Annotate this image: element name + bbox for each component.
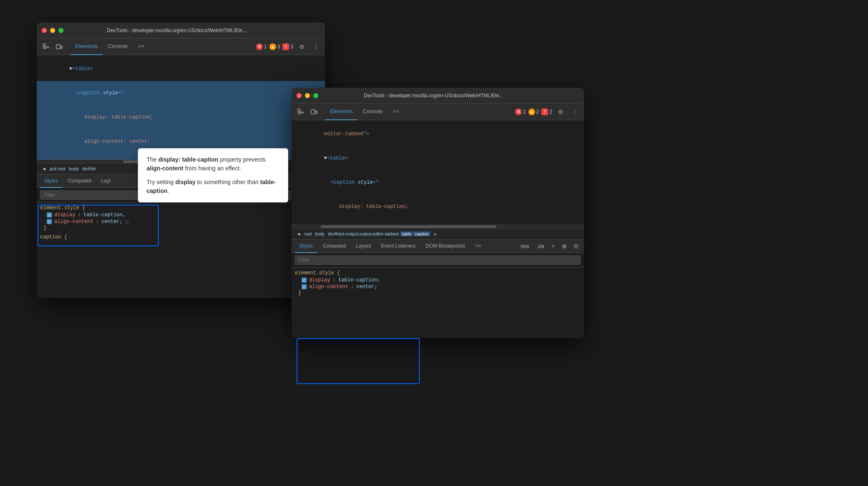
dom-line-caption-2[interactable]: <caption style=" xyxy=(292,170,584,195)
dom-line-editor[interactable]: editor-tabbed"> xyxy=(292,122,584,146)
tab-console-1[interactable]: Console xyxy=(103,38,133,55)
dom-line-caption-open[interactable]: <caption style=" xyxy=(37,81,325,105)
device-icon-2[interactable] xyxy=(308,106,320,118)
warn-badge-1: ▲ 3 xyxy=(269,43,280,50)
lower-tools-2: :hov .cls + ⊞ ⊡ xyxy=(517,243,581,250)
breadcrumb-body-1[interactable]: body xyxy=(67,166,81,171)
titlebar-1: DevTools - developer.mozilla.org/en-US/d… xyxy=(37,23,325,38)
checkbox-align-2[interactable] xyxy=(302,284,307,289)
tab-list-1: Elements Console >> xyxy=(70,38,149,55)
highlight-box-left xyxy=(38,205,159,246)
checkbox-display-2[interactable] xyxy=(302,278,307,283)
source-btn[interactable]: ⊡ xyxy=(571,243,581,250)
svg-line-12 xyxy=(302,111,304,113)
dom-line-align-2[interactable]: align-content: center; xyxy=(292,219,584,225)
info-badge-2: ! 2 xyxy=(541,109,552,115)
inspector-icon-2[interactable] xyxy=(295,106,307,118)
svg-rect-9 xyxy=(298,109,300,111)
breadcrumb-2: ◄ root body div#html-output.output.edito… xyxy=(292,228,584,240)
svg-rect-13 xyxy=(311,110,315,114)
dom-line-display[interactable]: display: table-caption; xyxy=(37,105,325,129)
breadcrumb-table[interactable]: table xyxy=(400,231,413,236)
filter-input-2[interactable] xyxy=(295,256,581,265)
devtools-window-2: DevTools - developer.mozilla.org/en-US/d… xyxy=(292,88,584,338)
breadcrumb-body-2[interactable]: body xyxy=(314,231,327,236)
window-title-2: DevTools - developer.mozilla.org/en-US/d… xyxy=(292,93,579,99)
inspector-icon[interactable] xyxy=(40,41,52,53)
tab-layout-1[interactable]: Layt xyxy=(97,175,115,188)
styles-panel-2: element.style { display : table-caption;… xyxy=(292,268,584,302)
tab-more-lower-2[interactable]: >> xyxy=(471,240,485,253)
error-icon-1: ✕ xyxy=(256,43,263,50)
warn-icon-2: ▲ xyxy=(528,109,535,115)
badges-1: ✕ 1 ▲ 3 ! 3 ⚙ ⋮ xyxy=(256,41,322,53)
tab-styles-2[interactable]: Styles xyxy=(295,240,317,253)
tab-more-2[interactable]: >> xyxy=(388,104,404,120)
warn-icon-1: ▲ xyxy=(269,43,276,50)
more-icon-1[interactable]: ⋮ xyxy=(310,41,322,53)
breadcrumb-back-1[interactable]: ◄ xyxy=(40,166,48,171)
svg-rect-4 xyxy=(56,45,60,49)
tab-layout-2[interactable]: Layout xyxy=(352,240,375,253)
settings-icon-1[interactable]: ⚙ xyxy=(296,41,307,53)
dom-line-table-2[interactable]: ▼<table> xyxy=(292,146,584,170)
dom-line-table[interactable]: ▼<table> xyxy=(37,57,325,81)
breadcrumb-back-2[interactable]: ◄ xyxy=(295,231,302,236)
layout-btn[interactable]: ⊞ xyxy=(560,243,569,250)
tab-events-2[interactable]: Event Listeners xyxy=(377,240,420,253)
add-rule-btn[interactable]: + xyxy=(549,243,557,250)
breadcrumb-caption[interactable]: caption xyxy=(413,231,431,236)
more-icon-2[interactable]: ⋮ xyxy=(569,106,581,118)
hov-btn[interactable]: :hov xyxy=(517,243,532,250)
svg-line-3 xyxy=(47,46,49,48)
settings-icon-2[interactable]: ⚙ xyxy=(555,106,566,118)
tab-styles-1[interactable]: Styles xyxy=(40,175,62,188)
info-icon-1: ! xyxy=(282,43,289,50)
tab-elements-2[interactable]: Elements xyxy=(325,104,358,120)
highlight-box-right xyxy=(297,338,420,384)
tooltip-text-1: The display: table-caption property prev… xyxy=(147,155,279,173)
lower-tabs-2: Styles Computed Layout Event Listeners D… xyxy=(292,240,584,253)
window-title-1: DevTools - developer.mozilla.org/en-US/d… xyxy=(37,28,320,33)
dom-line-display-2[interactable]: display: table-caption; xyxy=(292,195,584,219)
tab-computed-2[interactable]: Computed xyxy=(319,240,350,253)
tab-elements-1[interactable]: Elements xyxy=(70,38,103,55)
dom-panel-1[interactable]: ▼<table> <caption style=" display: table… xyxy=(37,55,325,159)
dom-panel-2[interactable]: editor-tabbed"> ▼<table> <caption style=… xyxy=(292,120,584,225)
svg-rect-0 xyxy=(43,44,46,46)
svg-rect-14 xyxy=(315,111,317,114)
error-badge-1: ✕ 1 xyxy=(256,43,267,50)
warn-badge-2: ▲ 2 xyxy=(528,109,539,115)
breadcrumb-put-root[interactable]: put-root xyxy=(48,166,67,171)
tooltip-text-2: Try setting display to something other t… xyxy=(147,178,279,195)
tab-list-2: Elements Console >> xyxy=(325,104,404,120)
tab-more-1[interactable]: >> xyxy=(133,38,149,55)
titlebar-2: DevTools - developer.mozilla.org/en-US/d… xyxy=(292,88,584,104)
breadcrumb-arrow-right[interactable]: ▶ xyxy=(432,231,439,236)
breadcrumb-root[interactable]: root xyxy=(302,231,313,236)
toolbar-1: Elements Console >> ✕ 1 ▲ 3 ! 3 ⚙ ⋮ xyxy=(37,38,325,55)
tab-dom-bp-2[interactable]: DOM Breakpoints xyxy=(421,240,470,253)
cls-btn[interactable]: .cls xyxy=(534,243,547,250)
style-rule-element-2: element.style { display : table-caption;… xyxy=(295,270,581,296)
prop-display-2: display : table-caption; xyxy=(295,277,581,284)
breadcrumb-div-html[interactable]: div#html-output.output.editor-tabbed xyxy=(326,231,400,236)
info-badge-1: ! 3 xyxy=(282,43,293,50)
error-icon-2: ✕ xyxy=(515,109,522,115)
style-selector-2: element.style { xyxy=(295,270,581,276)
tab-computed-1[interactable]: Computed xyxy=(64,175,95,188)
error-badge-2: ✕ 2 xyxy=(515,109,526,115)
breadcrumb-div-1[interactable]: div#htr xyxy=(81,166,98,171)
svg-rect-5 xyxy=(61,46,62,48)
toolbar-2: Elements Console >> ✕ 2 ▲ 2 ! 2 ⚙ ⋮ xyxy=(292,104,584,120)
badges-2: ✕ 2 ▲ 2 ! 2 ⚙ ⋮ xyxy=(515,106,581,118)
filter-bar-2 xyxy=(292,253,584,268)
prop-align-2: align-content : center; xyxy=(295,284,581,290)
tab-console-2[interactable]: Console xyxy=(358,104,388,120)
device-icon[interactable] xyxy=(53,41,65,53)
info-icon-2: ! xyxy=(541,109,548,115)
tooltip-popup: The display: table-caption property prev… xyxy=(138,148,288,202)
